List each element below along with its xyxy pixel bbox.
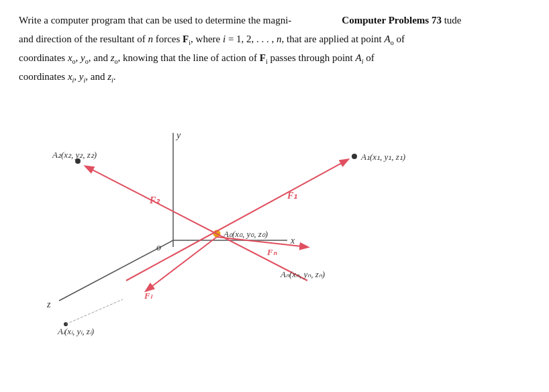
z-axis-label: z bbox=[46, 299, 51, 309]
A0-label: A₀(x₀, y₀, z₀) bbox=[223, 229, 268, 239]
diagram-svg: y x z o A₀(x₀, y₀, z₀) bbox=[19, 93, 542, 341]
F1-label: F₁ bbox=[287, 191, 297, 201]
An-label: Aₙ(xₙ, yₙ, zₙ) bbox=[280, 269, 325, 279]
text-line4: coordinates xi, yi, and zi. bbox=[19, 68, 530, 86]
text-line1: Write a computer program that can be use… bbox=[19, 12, 530, 30]
text-line2: and direction of the resultant of n forc… bbox=[19, 31, 530, 48]
Fn-label: Fₙ bbox=[266, 247, 277, 257]
F1-vector bbox=[126, 160, 348, 281]
A2-label: A₂(x₂, y₂, z₂) bbox=[52, 150, 97, 160]
diagram-area: y x z o A₀(x₀, y₀, z₀) bbox=[19, 93, 542, 341]
problem-text: Write a computer program that can be use… bbox=[19, 12, 530, 86]
x-axis-label: x bbox=[290, 236, 295, 246]
text-line3: coordinates xo, yo, and zo, knowing that… bbox=[19, 50, 530, 67]
content-area: Write a computer program that can be use… bbox=[0, 0, 549, 348]
Ai-label: Aᵢ(xᵢ, yᵢ, zᵢ) bbox=[57, 326, 94, 336]
F2-label: F₂ bbox=[149, 195, 160, 205]
A1-label: A₁(x₁, y₁, z₁) bbox=[360, 152, 405, 162]
F2-vector bbox=[86, 166, 307, 281]
origin-label: o bbox=[156, 242, 161, 252]
y-axis-label: y bbox=[175, 130, 181, 140]
Ai-Fi-connector bbox=[66, 299, 123, 324]
Fi-label: Fᵢ bbox=[144, 291, 153, 301]
A1-point bbox=[352, 154, 357, 159]
